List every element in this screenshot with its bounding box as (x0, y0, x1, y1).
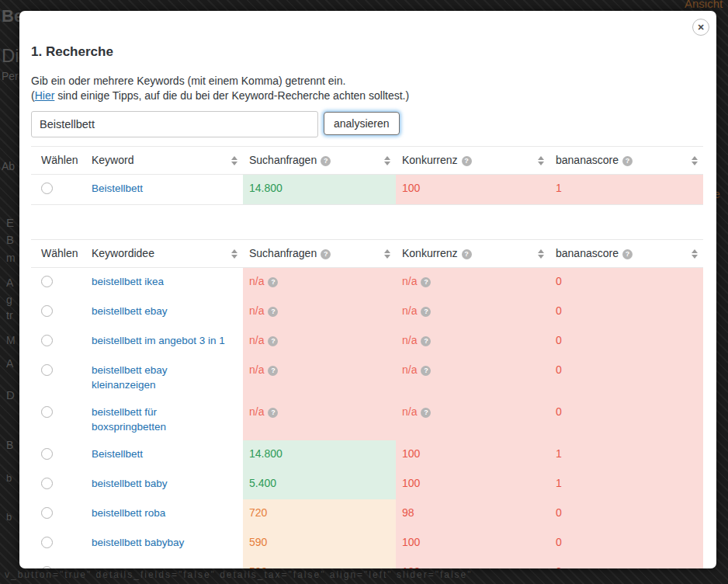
help-icon[interactable]: ? (462, 249, 472, 259)
column-header-label: bananascore (556, 154, 619, 166)
searches-value: 14.800 (249, 182, 283, 194)
radio-button[interactable] (41, 507, 53, 519)
keyword-link[interactable]: Beistellbett (92, 448, 143, 460)
keyword-link[interactable]: beistellbett ikea (92, 276, 164, 287)
radio-button[interactable] (41, 478, 53, 489)
tips-link[interactable]: Hier (35, 89, 55, 102)
sort-icon[interactable] (231, 249, 237, 259)
help-icon[interactable]: ? (321, 249, 331, 259)
sort-icon[interactable] (692, 156, 698, 165)
sort-icon[interactable] (231, 156, 237, 165)
help-icon[interactable]: ? (321, 156, 331, 166)
sort-icon[interactable] (538, 156, 544, 165)
keyword-link[interactable]: beistellbett baby (92, 478, 168, 489)
searches-cell: 720 (243, 499, 396, 529)
radio-button[interactable] (41, 566, 53, 568)
radio-button[interactable] (41, 305, 53, 317)
background-text-fragment: B (6, 439, 13, 451)
competition-cell: n/a? (396, 327, 549, 356)
score-value: 1 (556, 447, 562, 460)
sort-icon[interactable] (384, 249, 390, 259)
radio-button[interactable] (41, 276, 53, 287)
sort-icon[interactable] (384, 156, 390, 165)
table-row: Beistellbett 14.800 100 1 (31, 175, 703, 205)
column-header-score[interactable]: bananascore? (549, 147, 703, 175)
close-button[interactable]: ✕ (692, 19, 709, 36)
score-value: 0 (556, 334, 562, 346)
keyword-link[interactable]: Beistellbett (92, 182, 143, 194)
help-icon[interactable]: ? (268, 408, 278, 418)
radio-button[interactable] (41, 182, 53, 194)
column-header-keyword[interactable]: Keywordidee (85, 240, 243, 268)
column-header-searches[interactable]: Suchanfragen? (243, 147, 396, 175)
column-header-score[interactable]: bananascore? (549, 240, 703, 268)
competition-value: n/a (402, 275, 417, 287)
help-icon[interactable]: ? (421, 307, 431, 317)
keyword-input[interactable] (31, 111, 318, 137)
competition-cell: 100 (396, 470, 549, 499)
score-cell: 0 (549, 297, 703, 327)
column-header-keyword[interactable]: Keyword (85, 147, 243, 175)
competition-cell: n/a? (396, 356, 549, 398)
background-text-fragment: Di (2, 45, 19, 67)
column-header-competition[interactable]: Konkurrenz? (396, 240, 549, 268)
background-text-fragment: Ab (2, 160, 15, 172)
intro-line-2: (Hier sind einige Tipps, auf die du bei … (31, 89, 704, 103)
keyword-result-table: Wählen Keyword Suchanfragen? Konkurrenz?… (31, 146, 703, 205)
radio-button[interactable] (41, 406, 53, 418)
score-value: 0 (556, 506, 562, 519)
help-icon[interactable]: ? (622, 156, 633, 166)
help-icon[interactable]: ? (268, 366, 278, 376)
help-icon[interactable]: ? (421, 277, 431, 287)
competition-value: 98 (402, 506, 414, 519)
competition-value: 100 (402, 182, 420, 194)
searches-cell: n/a? (243, 268, 396, 298)
keyword-link[interactable]: beistellbett ebay (92, 305, 168, 317)
help-icon[interactable]: ? (462, 156, 472, 166)
competition-cell: n/a? (396, 268, 549, 298)
table-row: beistellbett babybay 590 100 0 (31, 529, 703, 558)
competition-cell: 100 (396, 440, 549, 470)
table-row: Beistellbett 14.800 100 1 (31, 440, 703, 470)
background-text-fragment: E (6, 216, 14, 229)
background-text-fragment: g (6, 294, 12, 306)
keyword-link[interactable]: beistellbett babybay (92, 537, 184, 548)
help-icon[interactable]: ? (268, 277, 278, 287)
background-text-fragment: b (6, 472, 12, 484)
keyword-idea-table: Wählen Keywordidee Suchanfragen? Konkurr… (31, 239, 703, 568)
searches-cell: n/a? (243, 356, 396, 398)
help-icon[interactable]: ? (421, 336, 431, 346)
score-value: 0 (556, 565, 562, 568)
column-header-select: Wählen (31, 147, 85, 175)
competition-cell: 98 (396, 499, 549, 529)
searches-value: n/a (249, 334, 264, 346)
analyze-button[interactable]: analysieren (324, 112, 400, 135)
background-text-fragment: b (6, 511, 12, 523)
help-icon[interactable]: ? (421, 366, 431, 376)
table-row: beistellbett ebay kleinanzeigen n/a? n/a… (31, 356, 703, 398)
help-icon[interactable]: ? (421, 408, 431, 418)
sort-icon[interactable] (538, 249, 544, 259)
column-header-competition[interactable]: Konkurrenz? (396, 147, 549, 175)
radio-button[interactable] (41, 448, 53, 460)
help-icon[interactable]: ? (268, 307, 278, 317)
keyword-link[interactable]: beistellbett ebay kleinanzeigen (92, 364, 168, 391)
keyword-link[interactable]: beistellbett im angebot 3 in 1 (92, 335, 225, 346)
table-header-row: Wählen Keyword Suchanfragen? Konkurrenz?… (31, 147, 703, 175)
keyword-link[interactable]: beistellbettchen (92, 566, 165, 568)
competition-value: 100 (402, 565, 420, 568)
radio-button[interactable] (41, 537, 53, 548)
column-header-label: Wählen (41, 247, 78, 259)
searches-cell: n/a? (243, 398, 396, 440)
column-header-searches[interactable]: Suchanfragen? (243, 240, 396, 268)
searches-cell: 5.400 (243, 470, 396, 499)
keyword-link[interactable]: beistellbett für boxspringbetten (92, 406, 166, 433)
keyword-link[interactable]: beistellbett roba (92, 507, 165, 519)
help-icon[interactable]: ? (268, 336, 278, 346)
radio-button[interactable] (41, 364, 53, 376)
sort-icon[interactable] (692, 249, 698, 259)
table-row: beistellbett ebay n/a? n/a? 0 (31, 297, 703, 327)
help-icon[interactable]: ? (622, 249, 633, 259)
radio-button[interactable] (41, 335, 53, 346)
score-cell: 0 (549, 268, 703, 298)
